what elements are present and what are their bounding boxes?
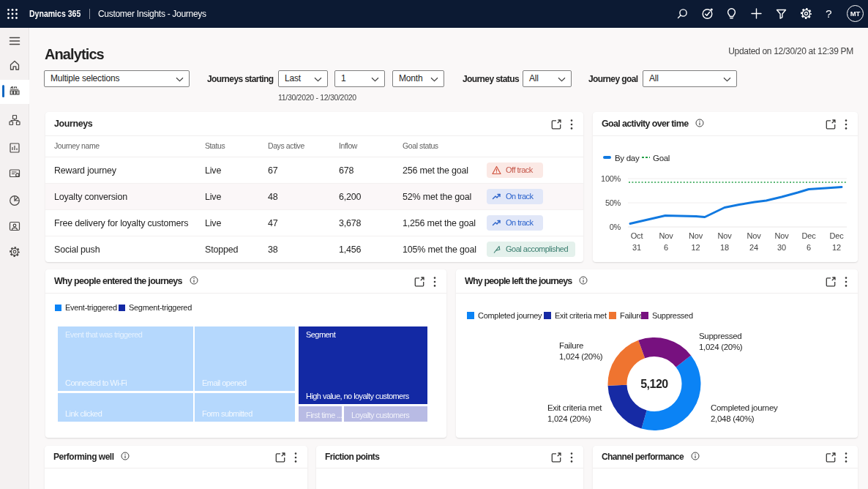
svg-text:12: 12 bbox=[832, 243, 841, 252]
svg-text:0%: 0% bbox=[610, 223, 621, 231]
svg-text:100%: 100% bbox=[601, 174, 621, 183]
svg-text:Nov: Nov bbox=[747, 231, 762, 240]
svg-text:50%: 50% bbox=[605, 198, 621, 207]
svg-text:Nov: Nov bbox=[659, 231, 674, 240]
svg-text:Dec: Dec bbox=[802, 231, 817, 240]
svg-text:6: 6 bbox=[807, 243, 811, 252]
svg-text:By day: By day bbox=[615, 154, 640, 163]
svg-text:Nov: Nov bbox=[689, 231, 703, 240]
svg-text:Nov: Nov bbox=[718, 231, 733, 240]
svg-text:18: 18 bbox=[720, 243, 729, 252]
svg-text:Dec: Dec bbox=[830, 231, 845, 240]
svg-text:Oct: Oct bbox=[631, 231, 643, 240]
svg-text:Nov: Nov bbox=[775, 231, 790, 240]
svg-text:31: 31 bbox=[632, 243, 641, 252]
svg-text:24: 24 bbox=[749, 243, 758, 252]
svg-text:12: 12 bbox=[692, 243, 700, 252]
svg-text:Goal: Goal bbox=[653, 154, 670, 163]
svg-text:6: 6 bbox=[664, 243, 668, 252]
svg-text:30: 30 bbox=[777, 243, 786, 252]
